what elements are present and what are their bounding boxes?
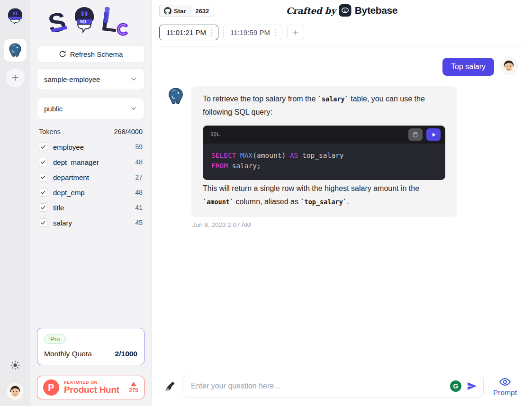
new-conversation-button[interactable]	[287, 25, 304, 40]
table-token-count: 27	[135, 173, 143, 181]
chevron-down-icon	[130, 105, 137, 112]
github-star-segment: Star	[160, 5, 190, 17]
table-name: salary	[53, 219, 135, 227]
plus-icon	[292, 29, 299, 36]
crafted-by-brand[interactable]: Crafted by Bytebase	[286, 4, 397, 17]
tokens-counter: Tokens 268/4000	[30, 119, 151, 139]
checkbox-checked[interactable]	[39, 188, 47, 197]
tab-menu-icon[interactable]	[274, 27, 277, 38]
user-face-icon	[500, 57, 517, 74]
sqlchat-app: S SQL L	[0, 0, 532, 406]
check-icon	[40, 205, 46, 210]
grammarly-icon[interactable]: G	[450, 380, 461, 392]
star-label: Star	[174, 8, 186, 15]
tab-label: 11:19:59 PM	[230, 28, 270, 36]
copy-code-button[interactable]	[408, 128, 423, 141]
pro-badge: Pro	[44, 334, 66, 344]
table-row-employee[interactable]: employee 59	[39, 139, 143, 154]
checkbox-checked[interactable]	[39, 158, 47, 166]
table-list: employee 59 dept_manager 48 department 2…	[30, 139, 151, 230]
table-token-count: 48	[135, 158, 143, 166]
quota-value: 2/1000	[115, 350, 137, 358]
conversation-tabs: 11:01:21 PM 11:19:59 PM	[159, 17, 524, 46]
question-input[interactable]	[191, 382, 450, 390]
schema-select[interactable]: public	[37, 98, 144, 119]
upvote-block: 275	[129, 382, 138, 394]
product-hunt-logo: P	[43, 379, 59, 396]
checkbox-checked[interactable]	[39, 203, 47, 212]
user-avatar	[500, 57, 518, 75]
tab-menu-icon[interactable]	[210, 27, 213, 38]
chevron-down-icon	[130, 75, 137, 83]
refresh-icon	[59, 50, 66, 58]
table-name: dept_emp	[53, 189, 135, 197]
table-row-dept-manager[interactable]: dept_manager 48	[39, 154, 143, 170]
user-profile-avatar[interactable]	[6, 382, 24, 400]
inline-code-top-salary: `top_salary`	[300, 198, 347, 206]
prompt-label: Prompt	[493, 388, 517, 397]
svg-text:SQL: SQL	[80, 20, 87, 24]
eye-icon	[499, 376, 511, 388]
upvote-count: 275	[129, 387, 138, 394]
check-icon	[40, 174, 46, 180]
checkbox-checked[interactable]	[39, 173, 47, 181]
inline-code-salary: `salary`	[318, 95, 349, 103]
table-row-dept-emp[interactable]: dept_emp 48	[39, 185, 143, 200]
table-row-department[interactable]: department 27	[39, 170, 143, 185]
send-icon	[466, 380, 478, 392]
main-panel: Star 2632 Crafted by Bytebase	[152, 0, 532, 406]
code-language-label: SQL	[210, 130, 405, 139]
database-select[interactable]: sample-employee	[37, 68, 144, 90]
clear-conversation-button[interactable]	[163, 379, 177, 393]
table-row-title[interactable]: title 41	[39, 200, 143, 215]
copy-icon	[412, 131, 419, 138]
checkbox-checked[interactable]	[39, 218, 47, 227]
sqlchat-logo: S SQL L	[30, 0, 151, 43]
plus-icon	[10, 73, 20, 82]
check-icon	[40, 159, 46, 165]
check-icon	[40, 220, 46, 226]
assistant-paragraph-1: To retrieve the top salary from the `sal…	[203, 92, 445, 119]
database-select-value: sample-employee	[44, 75, 100, 83]
checkbox-checked[interactable]	[39, 143, 47, 151]
table-token-count: 45	[135, 219, 143, 226]
send-button[interactable]	[466, 380, 478, 392]
code-block-body: SELECT MAX(amount) AS top_salary FROM sa…	[203, 144, 445, 180]
chat-messages-area[interactable]: Top salary	[152, 46, 532, 368]
refresh-schema-button[interactable]: Refresh Schema	[37, 45, 144, 63]
table-token-count: 48	[135, 189, 143, 196]
question-input-container: G	[183, 375, 484, 397]
sql-code-block: SQL	[203, 126, 445, 180]
theme-toggle-button[interactable]	[5, 355, 26, 376]
user-face-icon	[7, 383, 24, 400]
left-rail	[0, 0, 30, 406]
new-connection-button[interactable]	[6, 68, 25, 87]
tab-conversation-active[interactable]: 11:01:21 PM	[159, 25, 218, 40]
table-row-salary[interactable]: salary 45	[39, 215, 143, 230]
message-timestamp: Jun 8, 2023 2:07 AM	[192, 221, 457, 228]
sqlchat-bot-avatar[interactable]	[5, 6, 26, 27]
check-icon	[40, 144, 46, 150]
featured-on-label: FEATURED ON	[64, 380, 124, 385]
table-token-count: 41	[135, 204, 143, 211]
github-star-button[interactable]: Star 2632	[159, 5, 214, 17]
connection-postgres[interactable]	[4, 39, 27, 62]
inline-code-amount: `amount`	[203, 198, 234, 206]
run-query-button[interactable]	[426, 128, 441, 141]
main-header: Star 2632 Crafted by Bytebase	[152, 0, 532, 46]
user-message-bubble: Top salary	[442, 58, 494, 76]
svg-text:L: L	[99, 6, 119, 38]
table-name: title	[53, 204, 135, 212]
prompt-button[interactable]: Prompt	[489, 376, 521, 397]
play-icon	[431, 132, 437, 138]
tokens-value: 268/4000	[114, 128, 143, 135]
tab-conversation[interactable]: 11:19:59 PM	[223, 25, 282, 40]
assistant-message-column: To retrieve the top salary from the `sal…	[191, 86, 457, 228]
monthly-quota-row: Monthly Quota 2/1000	[44, 350, 137, 358]
sun-icon	[10, 360, 20, 370]
product-hunt-badge[interactable]: P FEATURED ON Product Hunt 275	[37, 376, 144, 399]
refresh-schema-label: Refresh Schema	[70, 50, 123, 58]
quota-label: Monthly Quota	[44, 350, 92, 358]
sqlchat-logo-illustration: S SQL L	[45, 4, 137, 40]
sidebar-spacer	[30, 230, 151, 328]
